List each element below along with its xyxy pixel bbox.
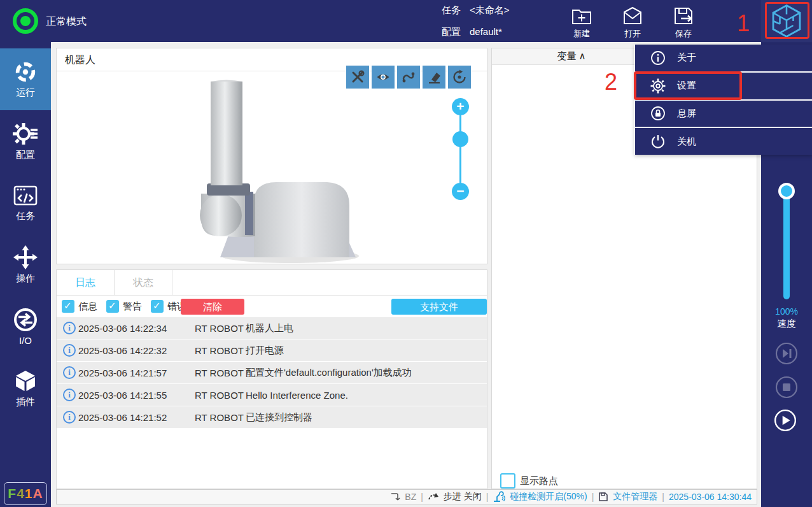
view-path-button[interactable]: [397, 66, 420, 89]
log-filter-row: 信息 警告 错误 清除 支持文件: [57, 296, 487, 317]
open-task-button[interactable]: 打开: [612, 5, 653, 39]
gear-icon: [650, 78, 666, 94]
log-row[interactable]: i 2025-03-06 14:21:57 RT ROBOT 配置文件'defa…: [57, 362, 487, 383]
sidebar-item-config[interactable]: 配置: [0, 110, 51, 172]
step-status[interactable]: 步进 关闭: [444, 491, 482, 503]
menu-item-screen-off[interactable]: 息屏: [635, 101, 812, 127]
log-row[interactable]: i 2025-03-06 14:21:55 RT ROBOT Hello Int…: [57, 384, 487, 406]
collapse-caret-icon: ∧: [579, 50, 586, 61]
info-icon: [650, 50, 666, 66]
speed-label: 速度: [761, 318, 812, 330]
filter-info-checkbox[interactable]: [62, 300, 74, 313]
app-dropdown-menu: 关于 设置 息屏: [634, 45, 812, 155]
badge-char: F: [8, 486, 17, 501]
mode-status-icon: [13, 8, 38, 34]
collision-icon: [493, 491, 505, 503]
path-icon: [401, 69, 416, 85]
play-icon: [774, 407, 797, 434]
top-bar: 正常模式 任务 <未命名> 配置 default* 新建 打开: [0, 0, 812, 42]
menu-item-shutdown[interactable]: 关机: [635, 128, 812, 155]
config-label: 配置: [442, 26, 461, 38]
zoom-slider-handle[interactable]: [452, 131, 468, 147]
step-icon: [428, 492, 439, 502]
new-task-button[interactable]: 新建: [561, 5, 602, 39]
bz-icon: [390, 492, 400, 502]
filter-warning-checkbox[interactable]: [106, 300, 119, 313]
sidebar-item-run[interactable]: 运行: [0, 48, 51, 110]
open-icon: [622, 5, 643, 27]
collision-status[interactable]: 碰撞检测开启(50%): [510, 491, 587, 503]
view-reset-button[interactable]: [448, 66, 471, 89]
filter-warning-label: 警告: [123, 301, 142, 313]
show-waypoints-row: 显示路点: [500, 473, 558, 489]
skip-button[interactable]: [775, 342, 798, 365]
sidebar-item-operation[interactable]: 操作: [0, 234, 51, 296]
left-sidebar: 运行 配置 任务: [0, 42, 51, 507]
move-arrows-icon: [13, 245, 38, 270]
save-task-button[interactable]: 保存: [663, 5, 704, 39]
show-waypoints-checkbox[interactable]: [500, 473, 515, 489]
log-row[interactable]: i 2025-03-06 14:22:34 RT ROBOT 机器人上电: [57, 317, 487, 339]
filter-error-checkbox[interactable]: [151, 300, 164, 313]
file-manager-icon: [598, 492, 608, 502]
log-panel: 日志 状态 信息 警告 错误 清除 支持文件 i 2025-03-06 14:2…: [56, 269, 487, 489]
skip-icon: [775, 342, 798, 365]
log-row[interactable]: i 2025-03-06 14:22:32 RT ROBOT 打开电源: [57, 339, 487, 361]
view-tools-button[interactable]: [346, 66, 369, 89]
zoom-in-button[interactable]: +: [452, 98, 469, 115]
menu-item-settings[interactable]: 设置: [635, 73, 812, 99]
stop-button[interactable]: [775, 376, 798, 399]
annotation-step-2: 2: [605, 69, 617, 96]
support-files-button[interactable]: 支持文件: [391, 299, 487, 315]
view-eraser-button[interactable]: [423, 66, 445, 89]
view-visibility-button[interactable]: [372, 66, 395, 89]
reset-view-icon: [452, 69, 467, 85]
annotation-step-1: 1: [737, 10, 750, 37]
save-icon: [673, 5, 694, 27]
info-icon: i: [63, 411, 76, 424]
tab-log[interactable]: 日志: [57, 270, 115, 295]
task-label: 任务: [442, 4, 461, 17]
log-row[interactable]: i 2025-03-06 14:21:52 RT ROBOT 已连接到控制器: [57, 406, 487, 428]
task-code-icon: [13, 183, 38, 208]
zoom-out-button[interactable]: −: [452, 183, 469, 200]
plugin-cube-icon: [13, 368, 38, 394]
power-icon: [650, 134, 666, 149]
brand-cube-icon: [770, 3, 803, 39]
status-bar: BZ | 步进 关闭 | 碰撞检测开启(50%) | 文件管理器 | 2025-…: [56, 489, 757, 504]
menu-item-about[interactable]: 关于: [635, 45, 812, 71]
play-button[interactable]: [774, 409, 797, 432]
robot-3d-panel: 机器人: [56, 48, 487, 264]
tools-icon: [350, 69, 365, 85]
bz-label: BZ: [405, 492, 416, 502]
eye-icon: [375, 69, 391, 85]
zoom-slider-track[interactable]: [459, 115, 461, 183]
speed-slider-track[interactable]: [783, 191, 790, 299]
info-icon: i: [63, 366, 76, 379]
show-waypoints-label: 显示路点: [520, 475, 558, 487]
sidebar-item-task[interactable]: 任务: [0, 172, 51, 234]
speed-slider-handle[interactable]: [778, 183, 795, 199]
tab-status[interactable]: 状态: [115, 270, 172, 295]
clear-log-button[interactable]: 清除: [181, 299, 244, 315]
info-icon: i: [63, 344, 76, 357]
info-icon: i: [63, 389, 76, 401]
log-list: i 2025-03-06 14:22:34 RT ROBOT 机器人上电 i 2…: [57, 317, 487, 428]
status-code-badge: F41A: [4, 482, 47, 505]
new-folder-icon: [571, 5, 592, 27]
clock: 2025-03-06 14:30:44: [669, 492, 752, 502]
robot-arm-view[interactable]: [57, 71, 487, 264]
sidebar-item-io[interactable]: I/O: [0, 296, 51, 357]
task-value: <未命名>: [470, 4, 510, 17]
eraser-icon: [426, 69, 442, 85]
io-swap-icon: [13, 307, 38, 332]
sidebar-item-plugin[interactable]: 插件: [0, 357, 51, 419]
file-manager-link[interactable]: 文件管理器: [613, 491, 657, 503]
view-zoom-control: + −: [452, 98, 470, 200]
speed-value: 100%: [761, 306, 812, 317]
app-menu-button[interactable]: [761, 0, 812, 42]
config-value: default*: [470, 26, 502, 38]
config-gear-icon: [13, 121, 38, 146]
app-window: 正常模式 任务 <未命名> 配置 default* 新建 打开: [0, 0, 812, 507]
run-icon: [13, 60, 38, 84]
